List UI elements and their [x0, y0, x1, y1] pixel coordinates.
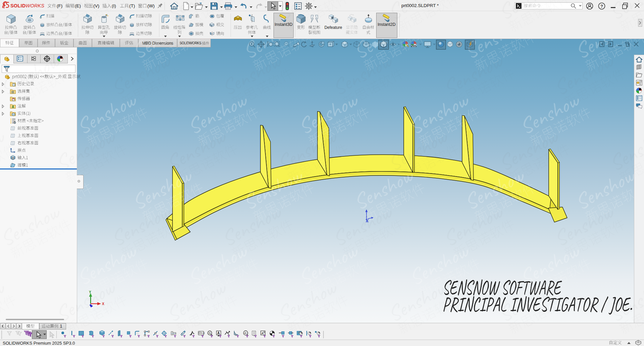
- svg-text:0.3: 0.3: [201, 332, 205, 334]
- svg-text:A↑: A↑: [244, 332, 247, 335]
- svg-text:N: N: [209, 332, 211, 335]
- svg-text:A: A: [217, 331, 220, 335]
